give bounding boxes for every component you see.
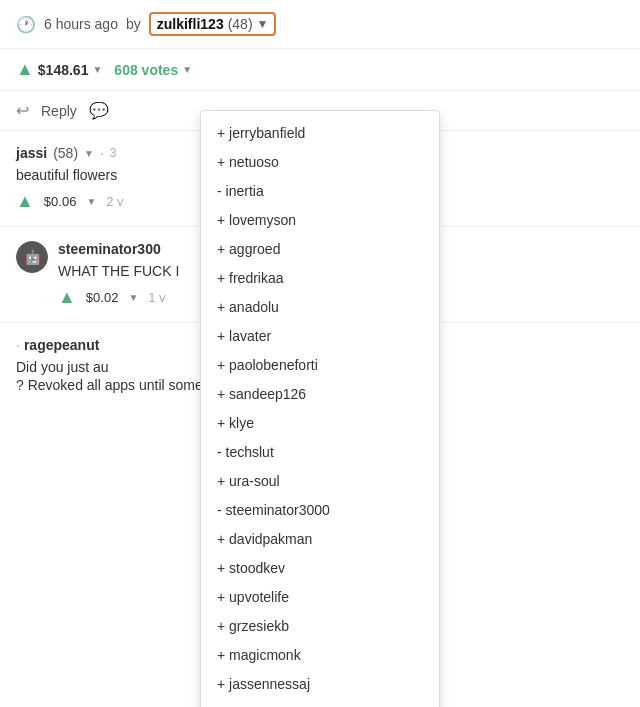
time-ago: 6 hours ago <box>44 16 118 32</box>
comment-meta-steeminator: steeminator300 <box>58 241 179 257</box>
dropdown-item-techslut: - techslut <box>201 438 439 467</box>
dropdown-item-aggroed: + aggroed <box>201 235 439 264</box>
dropdown-item-jassennessaj: + jassennessaj <box>201 670 439 699</box>
vote-bar: ▲ $148.61 ▼ 608 votes ▼ <box>0 49 640 91</box>
author-score: (48) <box>228 16 253 32</box>
dropdown-item-davidpakman: + davidpakman <box>201 525 439 554</box>
dropdown-item-steeminator3000: - steeminator3000 <box>201 496 439 525</box>
clock-icon: 🕐 <box>16 15 36 34</box>
reply-icon: ↩ <box>16 101 29 120</box>
dropdown-item-fredrikaa: + fredrikaa <box>201 264 439 293</box>
comment-icon[interactable]: 💬 <box>89 101 109 120</box>
comment-time-jassi: 3 <box>110 146 117 160</box>
by-prefix: by <box>126 16 141 32</box>
author-highlight-box: zulkifli123 (48) ▼ <box>149 12 277 36</box>
commenter-name-jassi[interactable]: jassi <box>16 145 47 161</box>
dropdown-item-klye: + klye <box>201 409 439 438</box>
votes-caret[interactable]: ▼ <box>182 64 192 75</box>
votes-count: 608 votes <box>114 62 178 78</box>
dropdown-item-anadolu: + anadolu <box>201 293 439 322</box>
commenter-caret-jassi[interactable]: ▼ <box>84 148 94 159</box>
comment-votes-steeminator: 1 v <box>148 290 165 305</box>
dropdown-item-paolobeneforti: + paolobeneforti <box>201 351 439 380</box>
upvote-icon: ▲ <box>16 59 34 80</box>
comment-vote-row-steeminator: ▲ $0.02 ▼ 1 v <box>58 287 179 308</box>
commenter-name-ragepeanut[interactable]: ragepeanut <box>24 337 99 353</box>
avatar-steeminator: 🤖 <box>16 241 48 273</box>
comment-votes-jassi: 2 v <box>106 194 123 209</box>
comment-upvote-icon-jassi[interactable]: ▲ <box>16 191 34 212</box>
comment-text-steeminator: WHAT THE FUCK I <box>58 263 179 279</box>
author-name[interactable]: zulkifli123 <box>157 16 224 32</box>
amount-caret[interactable]: ▼ <box>92 64 102 75</box>
votes-dropdown: + jerrybanfield+ netuoso- inertia+ lovem… <box>200 110 440 707</box>
comment-content-steeminator: steeminator300 WHAT THE FUCK I ▲ $0.02 ▼… <box>58 241 179 308</box>
avatar-img-steeminator: 🤖 <box>16 241 48 273</box>
dropdown-item-ura-soul: + ura-soul <box>201 467 439 496</box>
dropdown-item-lavater: + lavater <box>201 322 439 351</box>
dropdown-item-inertia: - inertia <box>201 177 439 206</box>
dropdown-item-netuoso: + netuoso <box>201 148 439 177</box>
dropdown-item-lovemyson: + lovemyson <box>201 206 439 235</box>
comment-amount-caret-steeminator[interactable]: ▼ <box>128 292 138 303</box>
reply-button[interactable]: Reply <box>41 103 77 119</box>
post-amount: $148.61 <box>38 62 89 78</box>
dropdown-more: … and 588 more <box>201 699 439 707</box>
comment-amount-steeminator: $0.02 <box>86 290 119 305</box>
dropdown-item-sandeep126: + sandeep126 <box>201 380 439 409</box>
dropdown-item-jerrybanfield: + jerrybanfield <box>201 119 439 148</box>
dropdown-item-magicmonk: + magicmonk <box>201 641 439 670</box>
top-bar: 🕐 6 hours ago by zulkifli123 (48) ▼ <box>0 0 640 49</box>
comment-upvote-icon-steeminator[interactable]: ▲ <box>58 287 76 308</box>
author-caret[interactable]: ▼ <box>257 17 269 31</box>
dot-sep-jassi: · <box>100 145 104 161</box>
dropdown-item-upvotelife: + upvotelife <box>201 583 439 612</box>
dropdown-item-stoodkev: + stoodkev <box>201 554 439 583</box>
votes-count-button[interactable]: 608 votes ▼ <box>114 62 192 78</box>
comment-amount-jassi: $0.06 <box>44 194 77 209</box>
commenter-name-steeminator[interactable]: steeminator300 <box>58 241 161 257</box>
upvote-button[interactable]: ▲ $148.61 ▼ <box>16 59 102 80</box>
dropdown-item-grzesiekb: + grzesiekb <box>201 612 439 641</box>
comment-amount-caret-jassi[interactable]: ▼ <box>86 196 96 207</box>
commenter-score-jassi: (58) <box>53 145 78 161</box>
dot-sep-ragepeanut: · <box>16 337 20 353</box>
